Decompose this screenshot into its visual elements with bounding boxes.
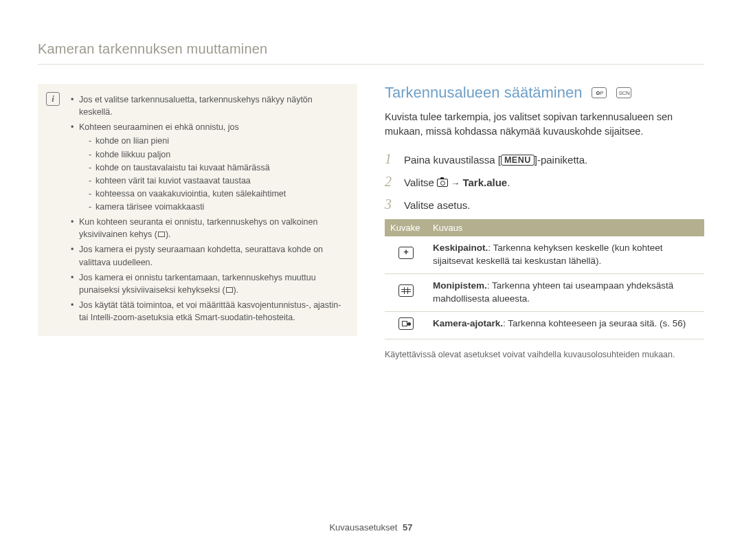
info-bullet: Jos kamera ei onnistu tarkentamaan, tark… [71,271,345,296]
step-text: Valitse → Tark.alue. [404,177,510,188]
info-bullet: Kohteen seuraaminen ei ehkä onnistu, jos… [71,121,345,213]
info-sub-item: kohteen värit tai kuviot vastaavat taust… [89,175,345,187]
table-row: Kamera-ajotark.: Tarkenna kohteeseen ja … [385,311,704,339]
info-box: i Jos et valitse tarkennusaluetta, tarke… [38,84,357,336]
info-sub-item: kamera tärisee voimakkaasti [89,201,345,213]
step-item: 2 Valitse → Tark.alue. [385,174,704,190]
options-table: Kuvake Kuvaus Keskipainot.: Tarkenna keh… [385,219,704,339]
steps-list: 1 Paina kuvaustilassa [MENU]-painiketta.… [385,151,704,212]
option-name: Kamera-ajotark. [433,318,503,328]
arrow-icon: → [451,178,460,188]
step-item: 1 Paina kuvaustilassa [MENU]-painiketta. [385,151,704,167]
info-bullet: Kun kohteen seuranta ei onnistu, tarkenn… [71,216,345,240]
mode-badge-scn-icon: SCN [616,87,631,98]
menu-path-bold: Tark.alue [462,177,507,188]
step-text: Valitse asetus. [404,199,470,211]
info-sub-item: kohde on liian pieni [89,135,345,147]
menu-button-icon: MENU [501,155,535,166]
info-text: Jos kamera ei onnistu tarkentamaan, tark… [79,273,316,295]
info-icon: i [46,92,60,106]
table-cell-desc: Keskipainot.: Tarkenna kehyksen keskelle… [427,236,704,273]
option-name: Monipistem. [433,280,487,291]
page-footer: Kuvausasetukset 57 [0,522,742,533]
info-sub-item: kohde liikkuu paljon [89,148,345,161]
section-intro: Kuvista tulee tarkempia, jos valitset so… [385,110,704,139]
section-heading: Tarkennusalueen säätäminen [385,84,582,102]
step-number: 3 [385,197,396,212]
frame-icon [226,287,233,293]
text: Paina kuvaustilassa [ [404,154,501,166]
tracking-af-icon [398,317,414,330]
info-bullet: Jos et valitse tarkennusaluetta, tarkenn… [71,93,345,118]
info-text: Jos et valitse tarkennusaluetta, tarkenn… [79,95,313,117]
text: ]-painiketta. [535,154,588,166]
info-text: Jos kamera ei pysty seuraamaan kohdetta,… [79,245,323,267]
table-cell-desc: Kamera-ajotark.: Tarkenna kohteeseen ja … [427,311,704,339]
page-title: Kameran tarkennuksen muuttaminen [38,41,704,65]
step-text: Paina kuvaustilassa [MENU]-painiketta. [404,154,587,166]
option-name: Keskipainot. [433,243,488,253]
info-sub-item: kohde on taustavalaistu tai kuvaat hämär… [89,161,345,174]
step-item: 3 Valitse asetus. [385,197,704,212]
right-column: Tarkennusalueen säätäminen ✿P SCN Kuvist… [385,84,704,361]
info-bullet: Jos käytät tätä toimintoa, et voi määrit… [71,299,345,324]
camera-icon [437,179,448,187]
table-row: Monipistem.: Tarkenna yhteen tai useampa… [385,273,704,311]
section-title-row: Tarkennusalueen säätäminen ✿P SCN [385,84,704,102]
info-bullet: Jos kamera ei pysty seuraamaan kohdetta,… [71,243,345,268]
page-number: 57 [403,522,412,533]
step-number: 1 [385,151,396,167]
table-cell-desc: Monipistem.: Tarkenna yhteen tai useampa… [427,273,704,311]
manual-page: Kameran tarkennuksen muuttaminen i Jos e… [0,0,742,560]
left-column: i Jos et valitse tarkennusaluetta, tarke… [38,84,357,361]
two-column-layout: i Jos et valitse tarkennusaluetta, tarke… [38,84,704,361]
footer-section-label: Kuvausasetukset [329,522,397,533]
frame-icon [158,232,165,237]
table-row: Keskipainot.: Tarkenna kehyksen keskelle… [385,236,704,273]
footnote: Käytettävissä olevat asetukset voivat va… [385,349,704,361]
multi-af-icon [398,284,414,297]
table-header-icon: Kuvake [385,219,427,236]
table-header-desc: Kuvaus [427,219,704,236]
info-text: Kun kohteen seuranta ei onnistu, tarkenn… [79,217,317,239]
info-text: ). [234,285,239,295]
info-text: Kohteen seuraaminen ei ehkä onnistu, jos [79,122,239,132]
option-desc: : Tarkenna kohteeseen ja seuraa sitä. (s… [503,318,686,328]
mode-badge-p-icon: ✿P [592,87,607,98]
info-bullet-list: Jos et valitse tarkennusaluetta, tarkenn… [71,93,348,324]
center-af-icon [398,247,414,259]
text: . [507,177,510,188]
info-sub-item: kohteessa on vaakakuviointia, kuten säle… [89,188,345,200]
step-number: 2 [385,174,396,190]
text: Valitse [404,177,437,188]
info-text: ). [166,229,171,239]
info-text: Jos käytät tätä toimintoa, et voi määrit… [79,300,341,322]
info-sublist: kohde on liian pieni kohde liikkuu paljo… [79,135,345,213]
